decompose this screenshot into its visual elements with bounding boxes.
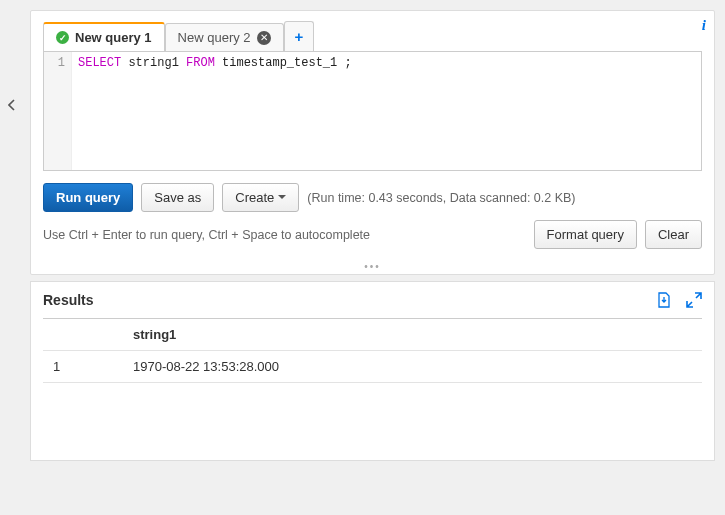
save-as-button[interactable]: Save as: [141, 183, 214, 212]
resize-handle[interactable]: •••: [31, 261, 714, 274]
create-button[interactable]: Create: [222, 183, 299, 212]
clear-button[interactable]: Clear: [645, 220, 702, 249]
tab-label: New query 1: [75, 30, 152, 45]
tab-query-2[interactable]: New query 2 ✕: [165, 23, 284, 51]
run-info-text: (Run time: 0.43 seconds, Data scanned: 0…: [307, 191, 575, 205]
table-header-row: string1: [43, 319, 702, 351]
query-tabs: ✓ New query 1 New query 2 ✕ +: [31, 11, 714, 51]
results-panel: Results string1 1 1970-08-22 13:53:28.00…: [30, 281, 715, 461]
cell-rownum: 1: [43, 351, 123, 383]
column-header-string1: string1: [123, 319, 702, 351]
run-query-button[interactable]: Run query: [43, 183, 133, 212]
table-row: 1 1970-08-22 13:53:28.000: [43, 351, 702, 383]
line-number: 1: [44, 56, 65, 70]
editor-gutter: 1: [44, 52, 72, 170]
format-query-button[interactable]: Format query: [534, 220, 637, 249]
query-panel: i ✓ New query 1 New query 2 ✕ + 1 SELECT…: [30, 10, 715, 275]
column-header-rownum: [43, 319, 123, 351]
sidebar-collapse-handle[interactable]: [4, 90, 20, 120]
hint-row: Use Ctrl + Enter to run query, Ctrl + Sp…: [31, 220, 714, 261]
expand-icon[interactable]: [686, 292, 702, 308]
results-table: string1 1 1970-08-22 13:53:28.000: [43, 319, 702, 383]
cell-value: 1970-08-22 13:53:28.000: [123, 351, 702, 383]
hint-text: Use Ctrl + Enter to run query, Ctrl + Sp…: [43, 228, 370, 242]
editor-content[interactable]: SELECT string1 FROM timestamp_test_1 ;: [72, 52, 701, 170]
info-icon[interactable]: i: [702, 17, 706, 34]
sql-editor[interactable]: 1 SELECT string1 FROM timestamp_test_1 ;: [43, 51, 702, 171]
status-success-icon: ✓: [56, 31, 69, 44]
download-icon[interactable]: [656, 292, 672, 308]
close-tab-icon[interactable]: ✕: [257, 31, 271, 45]
results-title: Results: [43, 292, 94, 308]
add-tab-button[interactable]: +: [284, 21, 315, 51]
tab-label: New query 2: [178, 30, 251, 45]
tab-query-1[interactable]: ✓ New query 1: [43, 22, 165, 51]
action-bar: Run query Save as Create (Run time: 0.43…: [31, 183, 714, 220]
